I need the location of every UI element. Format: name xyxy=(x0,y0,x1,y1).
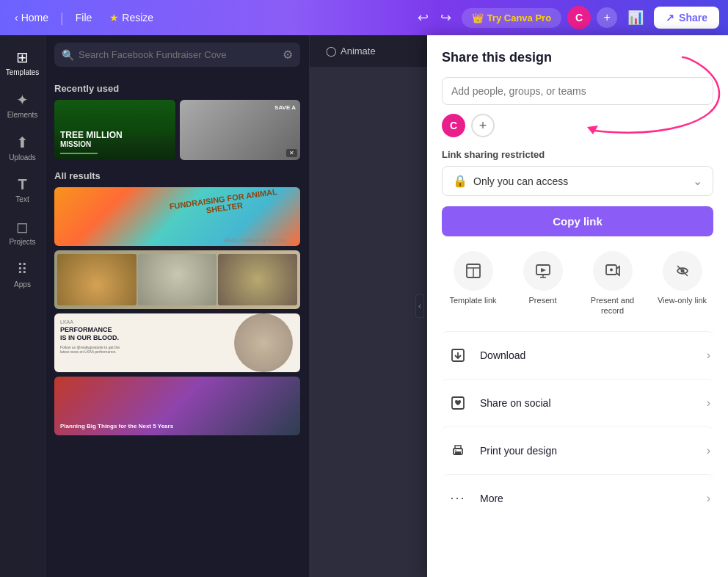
chevron-down-icon: ⌄ xyxy=(693,174,702,188)
sidebar-item-elements[interactable]: ✦ Elements xyxy=(2,84,43,126)
template-link-icon xyxy=(454,251,493,291)
crown-icon: 👑 xyxy=(472,12,484,23)
uploads-icon: ⬆ xyxy=(16,134,29,151)
redo-button[interactable]: ↪ xyxy=(436,7,456,29)
elements-icon: ✦ xyxy=(16,91,29,109)
present-record-label: Present and record xyxy=(581,295,644,316)
projects-icon: ◻ xyxy=(16,218,29,236)
analytics-button[interactable]: 📊 xyxy=(623,7,648,29)
svg-point-8 xyxy=(610,269,613,272)
template-link-label: Template link xyxy=(449,295,496,305)
undo-button[interactable]: ↩ xyxy=(413,7,433,29)
download-label: Download xyxy=(480,349,698,361)
template-card-animals[interactable]: FUNDRAISING FOR ANIMALSHELTER REALLYGREA… xyxy=(54,187,300,246)
share-panel-title: Share this design xyxy=(442,50,713,65)
add-user-button[interactable]: + xyxy=(471,114,495,137)
share-list-item-print[interactable]: Print your design › xyxy=(442,427,713,474)
share-option-present-record[interactable]: Present and record xyxy=(581,251,644,316)
share-people-input[interactable] xyxy=(442,77,713,105)
svg-point-16 xyxy=(455,449,456,451)
share-users-row: C + xyxy=(442,114,713,137)
text-icon: T xyxy=(18,176,26,193)
star-icon: ★ xyxy=(109,12,119,23)
access-dropdown-text: Only you can access xyxy=(473,175,687,187)
left-sidebar: ⊞ Templates ✦ Elements ⬆ Uploads T Text … xyxy=(0,35,46,577)
template-card-save-a[interactable]: SAVE A ✕ xyxy=(180,100,301,160)
svg-rect-15 xyxy=(455,451,461,454)
animate-icon: ◯ xyxy=(326,46,337,57)
separator: | xyxy=(60,10,64,26)
sidebar-item-templates[interactable]: ⊞ Templates xyxy=(2,41,43,84)
print-label: Print your design xyxy=(480,445,698,457)
lock-icon: 🔒 xyxy=(453,174,467,188)
svg-marker-6 xyxy=(541,268,546,272)
share-option-template-link[interactable]: Template link xyxy=(442,251,504,316)
search-icon: 🔍 xyxy=(62,49,74,61)
panel-content: Recently used TREE MILLION MISSION xyxy=(46,74,309,577)
try-canva-pro-button[interactable]: 👑 Try Canva Pro xyxy=(462,8,561,28)
templates-icon: ⊞ xyxy=(16,48,29,66)
share-panel: Share this design C + Link sharing restr… xyxy=(427,35,728,577)
sidebar-item-uploads[interactable]: ⬆ Uploads xyxy=(2,126,43,169)
recently-used-grid: TREE MILLION MISSION SAVE A ✕ xyxy=(54,100,300,160)
more-label: More xyxy=(480,493,698,504)
search-area: 🔍 ⚙ xyxy=(46,35,309,74)
download-arrow: › xyxy=(707,349,710,362)
more-icon: ··· xyxy=(445,485,471,512)
current-user-avatar[interactable]: C xyxy=(442,114,465,137)
access-dropdown[interactable]: 🔒 Only you can access ⌄ xyxy=(442,166,713,196)
social-label: Share on social xyxy=(480,397,698,409)
social-arrow: › xyxy=(707,396,710,410)
share-options-grid: Template link Present xyxy=(442,251,713,316)
recently-used-section: Recently used xyxy=(54,83,300,94)
file-menu[interactable]: File xyxy=(70,9,98,26)
present-record-icon xyxy=(593,251,633,291)
template-card-planning[interactable]: Planning Big Things for the Next 5 Years xyxy=(54,377,300,435)
filter-button[interactable]: ⚙ xyxy=(283,48,293,62)
topbar: ‹ Home | File ★ Resize ↩ ↪ 👑 Try Canva P… xyxy=(0,0,728,35)
view-only-icon xyxy=(663,251,702,291)
download-icon xyxy=(445,342,471,369)
chevron-left-icon: ‹ xyxy=(15,12,18,23)
sidebar-item-projects[interactable]: ◻ Projects xyxy=(2,211,43,253)
share-list-item-social[interactable]: Share on social › xyxy=(442,379,713,427)
all-results-grid: FUNDRAISING FOR ANIMALSHELTER REALLYGREA… xyxy=(54,187,300,435)
share-list-item-download[interactable]: Download › xyxy=(442,331,713,379)
svg-line-10 xyxy=(677,266,688,276)
sidebar-item-apps[interactable]: ⠿ Apps xyxy=(2,253,43,296)
share-option-view-only[interactable]: View-only link xyxy=(651,251,713,316)
search-box: 🔍 ⚙ xyxy=(54,43,300,67)
template-card-tree-million[interactable]: TREE MILLION MISSION xyxy=(54,100,175,160)
all-results-section: All results xyxy=(54,170,300,181)
template-card-cats[interactable] xyxy=(54,250,300,309)
add-team-button[interactable]: + xyxy=(597,7,617,28)
search-input[interactable] xyxy=(79,49,278,60)
share-option-present[interactable]: Present xyxy=(512,251,574,316)
apps-icon: ⠿ xyxy=(17,261,28,278)
save-a-label: SAVE A xyxy=(274,104,296,111)
share-list-item-more[interactable]: ··· More › xyxy=(442,474,713,522)
share-icon: ↗ xyxy=(666,12,674,23)
collapse-panel-button[interactable]: ‹ xyxy=(415,294,424,318)
home-button[interactable]: ‹ Home xyxy=(9,9,54,26)
user-avatar[interactable]: C xyxy=(567,6,591,29)
view-only-label: View-only link xyxy=(658,295,707,305)
sidebar-item-text[interactable]: T Text xyxy=(2,169,43,211)
present-label: Present xyxy=(529,295,557,305)
print-icon xyxy=(445,438,471,464)
copy-link-button[interactable]: Copy link xyxy=(442,206,713,236)
animate-button[interactable]: ◯ Animate xyxy=(318,42,383,60)
link-sharing-label: Link sharing restricted xyxy=(442,149,713,160)
resize-button[interactable]: ★ Resize xyxy=(103,9,159,26)
share-button[interactable]: ↗ Share xyxy=(654,7,719,29)
more-arrow: › xyxy=(707,492,710,505)
template-card-performance[interactable]: LKAA PERFORMANCEIS IN OUR BLOOD. Follow … xyxy=(54,313,300,372)
print-arrow: › xyxy=(707,444,710,457)
social-icon xyxy=(445,390,471,416)
present-icon xyxy=(523,251,563,291)
templates-panel: 🔍 ⚙ Recently used TREE MILLION xyxy=(46,35,310,577)
